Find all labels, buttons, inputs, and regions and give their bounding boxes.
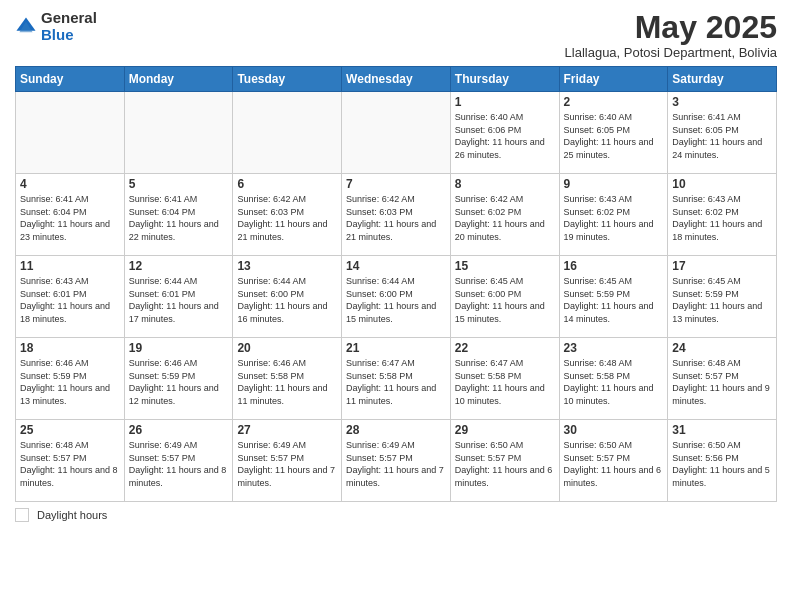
calendar-cell: 31Sunrise: 6:50 AM Sunset: 5:56 PM Dayli… (668, 420, 777, 502)
day-info: Sunrise: 6:44 AM Sunset: 6:00 PM Dayligh… (346, 275, 446, 325)
day-info: Sunrise: 6:41 AM Sunset: 6:04 PM Dayligh… (20, 193, 120, 243)
day-number: 16 (564, 259, 664, 273)
day-info: Sunrise: 6:41 AM Sunset: 6:05 PM Dayligh… (672, 111, 772, 161)
calendar-cell: 5Sunrise: 6:41 AM Sunset: 6:04 PM Daylig… (124, 174, 233, 256)
calendar-body: 1Sunrise: 6:40 AM Sunset: 6:06 PM Daylig… (16, 92, 777, 502)
day-info: Sunrise: 6:48 AM Sunset: 5:58 PM Dayligh… (564, 357, 664, 407)
day-number: 6 (237, 177, 337, 191)
day-number: 9 (564, 177, 664, 191)
calendar-cell: 3Sunrise: 6:41 AM Sunset: 6:05 PM Daylig… (668, 92, 777, 174)
day-info: Sunrise: 6:42 AM Sunset: 6:03 PM Dayligh… (346, 193, 446, 243)
day-number: 25 (20, 423, 120, 437)
header-row: Sunday Monday Tuesday Wednesday Thursday… (16, 67, 777, 92)
calendar-cell: 7Sunrise: 6:42 AM Sunset: 6:03 PM Daylig… (342, 174, 451, 256)
day-info: Sunrise: 6:42 AM Sunset: 6:03 PM Dayligh… (237, 193, 337, 243)
day-info: Sunrise: 6:46 AM Sunset: 5:59 PM Dayligh… (20, 357, 120, 407)
day-number: 17 (672, 259, 772, 273)
calendar-cell: 28Sunrise: 6:49 AM Sunset: 5:57 PM Dayli… (342, 420, 451, 502)
calendar-cell (16, 92, 125, 174)
day-number: 7 (346, 177, 446, 191)
calendar-cell: 13Sunrise: 6:44 AM Sunset: 6:00 PM Dayli… (233, 256, 342, 338)
calendar-cell (124, 92, 233, 174)
calendar-table: Sunday Monday Tuesday Wednesday Thursday… (15, 66, 777, 502)
calendar-cell: 29Sunrise: 6:50 AM Sunset: 5:57 PM Dayli… (450, 420, 559, 502)
calendar-cell: 20Sunrise: 6:46 AM Sunset: 5:58 PM Dayli… (233, 338, 342, 420)
calendar-cell: 25Sunrise: 6:48 AM Sunset: 5:57 PM Dayli… (16, 420, 125, 502)
day-info: Sunrise: 6:43 AM Sunset: 6:02 PM Dayligh… (672, 193, 772, 243)
day-number: 28 (346, 423, 446, 437)
month-title: May 2025 (565, 10, 777, 45)
day-info: Sunrise: 6:42 AM Sunset: 6:02 PM Dayligh… (455, 193, 555, 243)
day-info: Sunrise: 6:50 AM Sunset: 5:57 PM Dayligh… (564, 439, 664, 489)
day-info: Sunrise: 6:50 AM Sunset: 5:56 PM Dayligh… (672, 439, 772, 489)
calendar-cell: 11Sunrise: 6:43 AM Sunset: 6:01 PM Dayli… (16, 256, 125, 338)
calendar-header: Sunday Monday Tuesday Wednesday Thursday… (16, 67, 777, 92)
day-info: Sunrise: 6:41 AM Sunset: 6:04 PM Dayligh… (129, 193, 229, 243)
day-number: 15 (455, 259, 555, 273)
calendar-cell (233, 92, 342, 174)
day-info: Sunrise: 6:49 AM Sunset: 5:57 PM Dayligh… (237, 439, 337, 489)
location-subtitle: Llallagua, Potosi Department, Bolivia (565, 45, 777, 60)
page: General Blue May 2025 Llallagua, Potosi … (0, 0, 792, 612)
day-number: 13 (237, 259, 337, 273)
day-number: 24 (672, 341, 772, 355)
calendar-week-4: 18Sunrise: 6:46 AM Sunset: 5:59 PM Dayli… (16, 338, 777, 420)
calendar-cell: 10Sunrise: 6:43 AM Sunset: 6:02 PM Dayli… (668, 174, 777, 256)
day-number: 18 (20, 341, 120, 355)
day-info: Sunrise: 6:40 AM Sunset: 6:06 PM Dayligh… (455, 111, 555, 161)
logo-blue: Blue (41, 27, 97, 44)
calendar-week-2: 4Sunrise: 6:41 AM Sunset: 6:04 PM Daylig… (16, 174, 777, 256)
day-number: 10 (672, 177, 772, 191)
day-number: 1 (455, 95, 555, 109)
calendar-cell: 12Sunrise: 6:44 AM Sunset: 6:01 PM Dayli… (124, 256, 233, 338)
calendar-week-3: 11Sunrise: 6:43 AM Sunset: 6:01 PM Dayli… (16, 256, 777, 338)
day-number: 2 (564, 95, 664, 109)
day-number: 4 (20, 177, 120, 191)
calendar-cell: 2Sunrise: 6:40 AM Sunset: 6:05 PM Daylig… (559, 92, 668, 174)
daylight-box (15, 508, 29, 522)
col-saturday: Saturday (668, 67, 777, 92)
day-number: 21 (346, 341, 446, 355)
day-info: Sunrise: 6:44 AM Sunset: 6:00 PM Dayligh… (237, 275, 337, 325)
day-number: 27 (237, 423, 337, 437)
calendar-cell: 1Sunrise: 6:40 AM Sunset: 6:06 PM Daylig… (450, 92, 559, 174)
day-info: Sunrise: 6:50 AM Sunset: 5:57 PM Dayligh… (455, 439, 555, 489)
day-info: Sunrise: 6:45 AM Sunset: 5:59 PM Dayligh… (564, 275, 664, 325)
calendar-cell: 4Sunrise: 6:41 AM Sunset: 6:04 PM Daylig… (16, 174, 125, 256)
calendar-cell: 15Sunrise: 6:45 AM Sunset: 6:00 PM Dayli… (450, 256, 559, 338)
day-info: Sunrise: 6:44 AM Sunset: 6:01 PM Dayligh… (129, 275, 229, 325)
calendar-cell: 16Sunrise: 6:45 AM Sunset: 5:59 PM Dayli… (559, 256, 668, 338)
day-info: Sunrise: 6:48 AM Sunset: 5:57 PM Dayligh… (672, 357, 772, 407)
logo-icon (15, 16, 37, 38)
day-info: Sunrise: 6:45 AM Sunset: 5:59 PM Dayligh… (672, 275, 772, 325)
day-number: 5 (129, 177, 229, 191)
calendar-cell (342, 92, 451, 174)
day-number: 29 (455, 423, 555, 437)
day-number: 12 (129, 259, 229, 273)
day-number: 26 (129, 423, 229, 437)
calendar-cell: 14Sunrise: 6:44 AM Sunset: 6:00 PM Dayli… (342, 256, 451, 338)
day-info: Sunrise: 6:46 AM Sunset: 5:58 PM Dayligh… (237, 357, 337, 407)
calendar-cell: 23Sunrise: 6:48 AM Sunset: 5:58 PM Dayli… (559, 338, 668, 420)
day-info: Sunrise: 6:49 AM Sunset: 5:57 PM Dayligh… (346, 439, 446, 489)
col-friday: Friday (559, 67, 668, 92)
calendar-cell: 21Sunrise: 6:47 AM Sunset: 5:58 PM Dayli… (342, 338, 451, 420)
day-info: Sunrise: 6:40 AM Sunset: 6:05 PM Dayligh… (564, 111, 664, 161)
col-monday: Monday (124, 67, 233, 92)
header: General Blue May 2025 Llallagua, Potosi … (15, 10, 777, 60)
day-info: Sunrise: 6:43 AM Sunset: 6:02 PM Dayligh… (564, 193, 664, 243)
day-number: 30 (564, 423, 664, 437)
day-number: 11 (20, 259, 120, 273)
day-info: Sunrise: 6:45 AM Sunset: 6:00 PM Dayligh… (455, 275, 555, 325)
day-info: Sunrise: 6:48 AM Sunset: 5:57 PM Dayligh… (20, 439, 120, 489)
day-info: Sunrise: 6:47 AM Sunset: 5:58 PM Dayligh… (455, 357, 555, 407)
day-number: 31 (672, 423, 772, 437)
calendar-week-5: 25Sunrise: 6:48 AM Sunset: 5:57 PM Dayli… (16, 420, 777, 502)
day-number: 8 (455, 177, 555, 191)
logo-general: General (41, 10, 97, 27)
calendar-cell: 9Sunrise: 6:43 AM Sunset: 6:02 PM Daylig… (559, 174, 668, 256)
col-sunday: Sunday (16, 67, 125, 92)
calendar-cell: 8Sunrise: 6:42 AM Sunset: 6:02 PM Daylig… (450, 174, 559, 256)
title-section: May 2025 Llallagua, Potosi Department, B… (565, 10, 777, 60)
footer: Daylight hours (15, 508, 777, 522)
